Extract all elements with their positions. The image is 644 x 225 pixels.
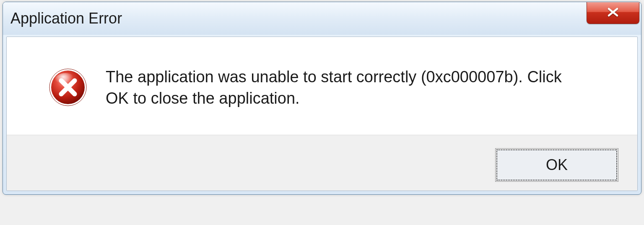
error-x-icon bbox=[49, 68, 87, 107]
dialog-title: Application Error bbox=[10, 10, 122, 27]
titlebar: Application Error bbox=[3, 2, 641, 35]
close-button[interactable] bbox=[587, 2, 639, 24]
ok-button[interactable]: OK bbox=[496, 149, 617, 181]
error-dialog: Application Error bbox=[3, 2, 641, 195]
dialog-content: The application was unable to start corr… bbox=[6, 37, 638, 191]
message-area: The application was unable to start corr… bbox=[7, 37, 637, 135]
error-message: The application was unable to start corr… bbox=[106, 66, 567, 110]
close-icon bbox=[605, 7, 621, 19]
button-bar: OK bbox=[7, 135, 637, 191]
